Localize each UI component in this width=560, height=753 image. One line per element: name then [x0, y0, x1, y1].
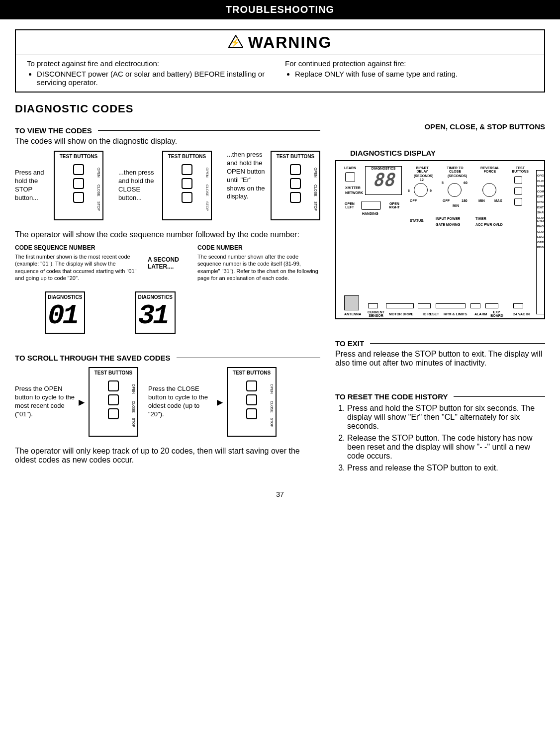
- arrow-right-icon: ▶: [79, 397, 85, 407]
- close-button[interactable]: [182, 178, 192, 189]
- reset-heading-text: TO RESET THE CODE HISTORY: [335, 392, 448, 401]
- label-open: OPEN: [132, 384, 135, 394]
- timer-dial[interactable]: [448, 183, 462, 197]
- connector: [485, 303, 498, 308]
- diag-display-code: DIAGNOSTICS 31: [135, 291, 175, 334]
- page-number: 37: [0, 490, 560, 498]
- code-title: CODE NUMBER: [197, 244, 320, 251]
- label-close: CLOSE: [132, 401, 135, 413]
- reset-list: Press and hold the STOP button for six s…: [335, 404, 545, 472]
- handing-switch[interactable]: [361, 201, 381, 210]
- panel-title: TEST BUTTONS: [163, 152, 211, 161]
- close-button[interactable]: [108, 394, 119, 405]
- diagnostic-displays: DIAGNOSTICS 01 DIAGNOSTICS 31: [15, 286, 320, 339]
- cb-status-0: INPUT POWER: [436, 217, 460, 220]
- rule: [370, 343, 545, 344]
- exit-heading: TO EXIT: [335, 339, 545, 348]
- warning-body: To protect against fire and electrocutio…: [16, 55, 544, 92]
- stop-button[interactable]: [290, 192, 301, 203]
- view-codes-heading: TO VIEW THE CODES: [15, 126, 320, 135]
- warning-title-text: WARNING: [248, 33, 332, 52]
- stop-button[interactable]: [108, 408, 119, 419]
- reset-heading: TO RESET THE CODE HISTORY: [335, 392, 545, 401]
- seq-text: The first number shown is the most recen…: [15, 253, 138, 282]
- rule: [454, 396, 545, 397]
- page-title: TROUBLESHOOTING: [0, 0, 560, 19]
- cb-bipart-9: 9: [430, 189, 432, 192]
- panel-title: TEST BUTTONS: [272, 152, 319, 161]
- step2-text: ...then press and hold the CLOSE button.…: [118, 169, 158, 202]
- cb-reversal: REVERSAL FORCE: [477, 166, 502, 173]
- sequence-intro: The operator will show the code sequence…: [15, 230, 320, 239]
- antenna-connector: [344, 295, 359, 310]
- label-open: OPEN: [205, 168, 209, 178]
- terminal-label: PHOTO: [537, 225, 545, 228]
- terminal-label: EDGE: [537, 235, 545, 239]
- cb-exp-board: EXP. BOARD: [489, 310, 504, 317]
- buttons-callout-label: OPEN, CLOSE, & STOP BUTTONS: [424, 122, 545, 131]
- rule: [98, 130, 320, 131]
- connector: [470, 303, 480, 308]
- cb-open-left: OPEN LEFT: [342, 202, 357, 209]
- open-button[interactable]: [246, 380, 257, 391]
- reversal-dial[interactable]: [482, 183, 496, 197]
- stop-button[interactable]: [73, 192, 84, 203]
- cb-network: NETWORK: [345, 191, 363, 194]
- label-stop: STOP: [270, 418, 274, 427]
- cb-stop-button[interactable]: [514, 198, 522, 206]
- terminal-label: CLOSE EYES: [537, 216, 545, 223]
- test-panel-scroll-1: TEST BUTTONS OPEN CLOSE STOP: [89, 367, 138, 437]
- cb-timer-min: MIN: [453, 204, 459, 207]
- cb-rpm-limits: RPM & LIMITS: [444, 312, 467, 316]
- cb-antenna: ANTENNA: [344, 312, 361, 316]
- terminal-label: STOP: [537, 185, 545, 188]
- cb-rev-max: MAX: [494, 199, 502, 202]
- open-button[interactable]: [182, 164, 192, 175]
- cb-rev-min: MIN: [478, 199, 485, 202]
- cb-open-right: OPEN RIGHT: [387, 202, 402, 209]
- exit-text: Press and release the STOP button to exi…: [335, 350, 545, 368]
- scroll-heading-text: TO SCROLL THROUGH THE SAVED CODES: [15, 354, 171, 362]
- warning-col1-bullet: DISCONNECT power (AC or solar and batter…: [37, 70, 275, 87]
- warning-col-1: To protect against fire and electrocutio…: [22, 59, 280, 88]
- connector: [418, 303, 431, 308]
- terminal-label: EXIT: [537, 206, 545, 209]
- test-panel-scroll-2: TEST BUTTONS OPEN CLOSE STOP: [227, 367, 277, 437]
- stop-button[interactable]: [246, 408, 257, 419]
- terminal-label: OPEN: [537, 241, 545, 244]
- bipart-dial[interactable]: [414, 183, 428, 197]
- close-button[interactable]: [290, 178, 301, 189]
- diag-label: DIAGNOSTICS: [48, 294, 82, 300]
- mid-label: A SECOND LATER....: [148, 256, 187, 270]
- terminal-label: EDGE: [537, 246, 545, 249]
- cb-status-2: GATE MOVING: [436, 223, 460, 226]
- control-board-diagram: LEARN DIAGNOSTICS 88 XMITTER NETWORK OPE…: [335, 160, 545, 319]
- stop-button[interactable]: [182, 192, 192, 203]
- panel-row-2: Press the OPEN button to cycle to the mo…: [15, 367, 320, 437]
- close-button[interactable]: [73, 178, 84, 189]
- close-button[interactable]: [246, 394, 257, 405]
- label-open: OPEN: [270, 384, 274, 394]
- open-button[interactable]: [108, 380, 119, 391]
- test-panel-3: TEST BUTTONS OPEN CLOSE STOP: [271, 151, 320, 220]
- board-callout: OPEN, CLOSE, & STOP BUTTONS DIAGNOSTICS …: [335, 122, 545, 319]
- label-close: CLOSE: [205, 185, 209, 196]
- cb-open-button[interactable]: [514, 176, 522, 184]
- scroll-close-text: Press the CLOSE button to cycle to the o…: [148, 385, 213, 419]
- terminal-label: SHADOW: [537, 211, 545, 214]
- diag-label: DIAGNOSTICS: [138, 294, 172, 300]
- test-panel-1: TEST BUTTONS OPEN CLOSE STOP: [54, 151, 103, 220]
- section-title: DIAGNOSTIC CODES: [15, 102, 545, 115]
- exit-heading-text: TO EXIT: [335, 339, 364, 348]
- seq-col: CODE SEQUENCE NUMBER The first number sh…: [15, 244, 138, 282]
- seq-title: CODE SEQUENCE NUMBER: [15, 244, 138, 251]
- open-button[interactable]: [73, 164, 84, 175]
- test-panel-2: TEST BUTTONS OPEN CLOSE STOP: [162, 151, 212, 220]
- learn-button[interactable]: [345, 172, 355, 182]
- cb-close-button[interactable]: [514, 187, 522, 195]
- label-close: CLOSE: [314, 185, 317, 196]
- warning-col2-intro: For continued protection against fire:: [285, 59, 533, 68]
- label-stop: STOP: [132, 418, 135, 427]
- code-value: 31: [138, 301, 158, 331]
- open-button[interactable]: [290, 164, 301, 175]
